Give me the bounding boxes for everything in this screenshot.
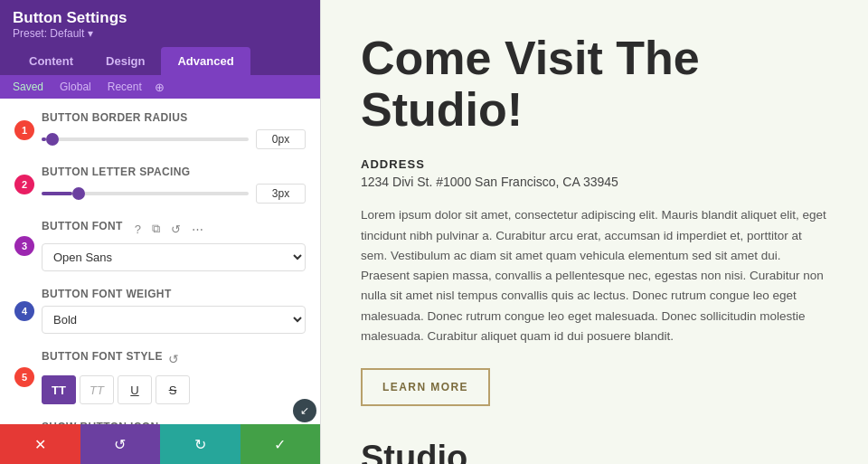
footer-arrow-icon[interactable]: ↙ [293, 399, 316, 422]
panel-preset[interactable]: Preset: Default ▾ [13, 27, 307, 40]
page-heading: Come Visit The Studio! [361, 33, 828, 136]
footer-close-button[interactable]: ✕ [0, 424, 80, 464]
subtab-icon[interactable]: ⊕ [155, 80, 165, 94]
subtab-global[interactable]: Global [56, 79, 95, 95]
italic-label: TT [90, 384, 104, 397]
font-select[interactable]: Open Sans [42, 243, 306, 271]
fstyle-bold-button[interactable]: TT [42, 375, 76, 404]
indicator-2: 2 [14, 175, 34, 194]
font-copy-icon[interactable]: ⧉ [149, 221, 163, 237]
panel-tabs: Content Design Advanced [13, 47, 307, 75]
tab-content[interactable]: Content [13, 47, 90, 75]
slider-fill-2 [42, 192, 72, 195]
border-radius-slider[interactable] [42, 133, 249, 146]
font-label-row: Button Font ? ⧉ ↺ ⋯ [42, 220, 306, 238]
underline-label: U [130, 384, 138, 397]
strikethrough-label: S [169, 384, 177, 397]
font-weight-label: Button Font Weight [42, 288, 306, 300]
settings-panel: Button Settings Preset: Default ▾ Conten… [0, 0, 321, 464]
address-value: 1234 Divi St. #1000 San Francisco, CA 33… [361, 175, 828, 189]
panel-title: Button Settings [13, 9, 307, 27]
border-radius-label: Button Border Radius [42, 111, 306, 124]
font-icons: ? ⧉ ↺ ⋯ [132, 221, 206, 237]
font-help-icon[interactable]: ? [132, 222, 144, 237]
bold-label: TT [52, 384, 66, 397]
letter-spacing-slider[interactable] [42, 187, 249, 200]
body-text: Lorem ipsum dolor sit amet, consectetur … [361, 205, 828, 346]
letter-spacing-group: 2 Button Letter Spacing [42, 166, 306, 204]
font-style-group: 5 Button Font Style ↺ TT TT U S [42, 350, 306, 404]
font-weight-group: 4 Button Font Weight Thin Light Regular … [42, 288, 306, 334]
border-radius-value[interactable] [256, 129, 306, 149]
letter-spacing-value[interactable] [256, 184, 306, 204]
studio-partial-heading: Studio [361, 439, 828, 464]
font-weight-select[interactable]: Thin Light Regular Bold Extra Bold [42, 306, 306, 334]
slider-thumb-1[interactable] [46, 133, 59, 146]
learn-more-button[interactable]: LEARN MORE [361, 368, 490, 406]
tab-advanced[interactable]: Advanced [161, 47, 250, 75]
fstyle-italic-button[interactable]: TT [80, 375, 114, 404]
page-content: Come Visit The Studio! ADDRESS 1234 Divi… [321, 0, 868, 464]
panel-body: 1 Button Border Radius 2 Button Letter S… [0, 99, 320, 424]
panel-header: Button Settings Preset: Default ▾ Conten… [0, 0, 320, 75]
slider-track-1 [42, 137, 249, 141]
font-group: 3 Button Font ? ⧉ ↺ ⋯ Open Sans [42, 220, 306, 271]
font-style-reset-icon[interactable]: ↺ [168, 352, 179, 366]
font-more-icon[interactable]: ⋯ [189, 222, 206, 237]
footer-redo-button[interactable]: ↻ [160, 424, 241, 464]
footer-undo-button[interactable]: ↺ [80, 424, 161, 464]
letter-spacing-label: Button Letter Spacing [42, 166, 306, 178]
tab-design[interactable]: Design [90, 47, 161, 75]
subtab-recent[interactable]: Recent [104, 79, 146, 95]
indicator-5: 5 [14, 367, 34, 387]
fstyle-strikethrough-button[interactable]: S [156, 375, 190, 404]
indicator-3: 3 [14, 236, 34, 256]
font-label: Button Font [42, 220, 123, 232]
letter-spacing-slider-row [42, 184, 306, 204]
font-style-label-row: Button Font Style ↺ [42, 350, 306, 368]
footer-check-button[interactable]: ✓ [241, 424, 321, 464]
fstyle-underline-button[interactable]: U [118, 375, 152, 404]
slider-track-2 [42, 192, 249, 195]
panel-footer: ✕ ↺ ↻ ✓ ↙ [0, 424, 320, 464]
border-radius-slider-row [42, 129, 306, 149]
font-style-buttons: TT TT U S [42, 375, 306, 404]
slider-thumb-2[interactable] [72, 187, 85, 200]
border-radius-group: 1 Button Border Radius [42, 111, 306, 149]
font-reset-icon[interactable]: ↺ [168, 222, 184, 237]
indicator-4: 4 [14, 301, 34, 321]
indicator-1: 1 [14, 120, 34, 140]
subtab-saved[interactable]: Saved [9, 79, 47, 95]
font-style-label: Button Font Style [42, 350, 163, 363]
address-label: ADDRESS [361, 157, 828, 171]
sub-tabs-bar: Saved Global Recent ⊕ [0, 75, 320, 99]
